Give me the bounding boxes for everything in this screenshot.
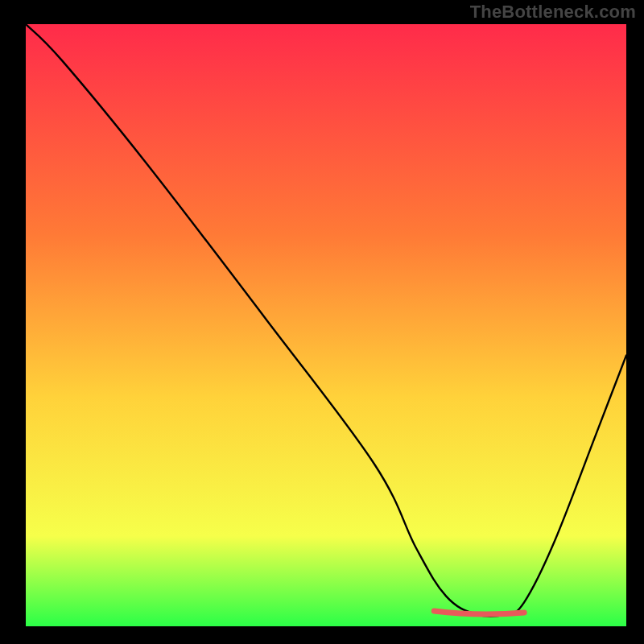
chart-frame: { "watermark": "TheBottleneck.com", "col… <box>0 0 644 644</box>
optimal-range-highlight <box>434 611 524 614</box>
bottleneck-chart <box>0 0 644 644</box>
gradient-background <box>26 24 626 626</box>
watermark-text: TheBottleneck.com <box>470 2 636 23</box>
